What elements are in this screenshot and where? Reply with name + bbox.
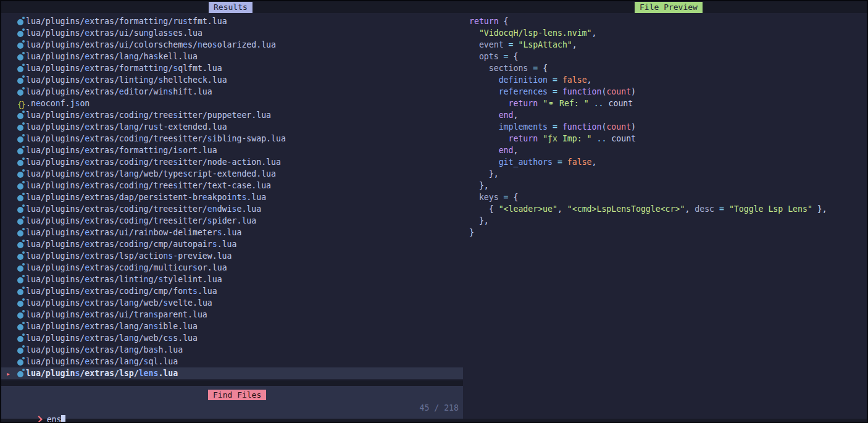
lua-file-icon	[17, 275, 24, 283]
file-path: lua/plugins/extras/coding/treesitter/sib…	[26, 134, 286, 143]
lua-file-icon	[17, 146, 24, 154]
result-row[interactable]: lua/plugins/extras/coding/cmp/autopairs.…	[1, 238, 463, 250]
code-line: return "⚭ Ref: " .. count	[469, 98, 827, 109]
code-line: references = function(count)	[469, 86, 827, 98]
result-row[interactable]: {}.neoconf.json	[1, 98, 463, 109]
lua-file-icon	[17, 17, 24, 25]
result-row[interactable]: lua/plugins/extras/lsp/actions-preview.l…	[1, 250, 463, 262]
lua-file-icon	[17, 88, 24, 96]
result-row[interactable]: ▸lua/plugins/extras/lsp/lens.lua	[1, 367, 463, 379]
code-line: { "<leader>ue", "<cmd>LspLensToggle<cr>"…	[469, 203, 827, 215]
code-line: implements = function(count)	[469, 121, 827, 133]
result-row[interactable]: lua/plugins/extras/coding/cmp/fonts.lua	[1, 285, 463, 297]
prompt-input[interactable]: ens	[47, 415, 62, 423]
result-row[interactable]: lua/plugins/extras/lang/ansible.lua	[1, 320, 463, 332]
code-line: return {	[469, 15, 827, 27]
result-row[interactable]: lua/plugins/extras/ui/sunglasses.lua	[1, 27, 463, 39]
file-path: lua/plugins/extras/lang/haskell.lua	[26, 52, 198, 61]
result-row[interactable]: lua/plugins/extras/ui/rainbow-delimeters…	[1, 227, 463, 238]
lua-file-icon	[17, 111, 24, 119]
lua-file-icon	[17, 311, 24, 319]
file-path: lua/plugins/extras/lang/sql.lua	[26, 357, 178, 366]
file-path: lua/plugins/extras/coding/treesitter/tex…	[26, 181, 271, 190]
lua-file-icon	[17, 346, 24, 354]
file-path: lua/plugins/extras/lang/rust-extended.lu…	[26, 122, 227, 132]
result-row[interactable]: lua/plugins/extras/lang/haskell.lua	[1, 51, 463, 62]
text-cursor	[61, 415, 65, 423]
file-preview-pane[interactable]: return { "VidocqH/lsp-lens.nvim", event …	[463, 13, 867, 419]
result-row[interactable]: lua/plugins/extras/coding/treesitter/tex…	[1, 180, 463, 191]
lua-file-icon	[17, 41, 24, 49]
file-path: lua/plugins/extras/lang/bash.lua	[26, 345, 183, 354]
file-path: lua/plugins/extras/ui/colorschemes/neoso…	[26, 40, 276, 49]
file-path: lua/plugins/extras/ui/sunglasses.lua	[26, 28, 202, 38]
lua-file-icon	[17, 240, 24, 248]
result-row[interactable]: lua/plugins/extras/lang/web/typescript-e…	[1, 168, 463, 180]
results-pane[interactable]: lua/plugins/extras/formatting/rustfmt.lu…	[1, 13, 463, 380]
lua-file-icon	[17, 287, 24, 295]
code-line: "VidocqH/lsp-lens.nvim",	[469, 27, 827, 39]
file-path: lua/plugins/extras/lsp/lens.lua	[26, 369, 178, 378]
result-row[interactable]: lua/plugins/extras/lang/sql.lua	[1, 356, 463, 367]
file-path: lua/plugins/extras/ui/rainbow-delimeters…	[26, 228, 241, 237]
file-path: lua/plugins/extras/lang/ansible.lua	[26, 322, 198, 331]
code-line: end,	[469, 144, 827, 156]
prompt-line[interactable]: ens 45 / 218	[1, 402, 463, 414]
result-row[interactable]: lua/plugins/extras/formatting/sqlfmt.lua	[1, 62, 463, 74]
result-row[interactable]: lua/plugins/extras/formatting/isort.lua	[1, 144, 463, 156]
result-row[interactable]: lua/plugins/extras/lang/web/css.lua	[1, 332, 463, 344]
result-row[interactable]: lua/plugins/extras/formatting/rustfmt.lu…	[1, 15, 463, 27]
file-path: lua/plugins/extras/coding/treesitter/spi…	[26, 216, 256, 225]
file-path: lua/plugins/extras/dap/persistent-breakp…	[26, 193, 266, 202]
result-row[interactable]: lua/plugins/extras/linting/shellcheck.lu…	[1, 74, 463, 86]
lua-file-icon	[17, 170, 24, 178]
preview-code: return { "VidocqH/lsp-lens.nvim", event …	[469, 15, 827, 238]
lua-file-icon	[17, 64, 24, 72]
result-row[interactable]: lua/plugins/extras/coding/treesitter/nod…	[1, 156, 463, 168]
lua-file-icon	[17, 123, 24, 131]
result-row[interactable]: lua/plugins/extras/editor/winshift.lua	[1, 86, 463, 98]
prompt-pane[interactable]: Find Files ens 45 / 218	[1, 386, 463, 419]
result-row[interactable]: lua/plugins/extras/ui/colorschemes/neoso…	[1, 39, 463, 51]
result-row[interactable]: lua/plugins/extras/linting/stylelint.lua	[1, 274, 463, 285]
lua-file-icon	[17, 369, 24, 377]
code-line: end,	[469, 109, 827, 121]
lua-file-icon	[17, 228, 24, 237]
result-row[interactable]: lua/plugins/extras/coding/treesitter/sib…	[1, 133, 463, 144]
result-row[interactable]: lua/plugins/extras/coding/treesitter/pup…	[1, 109, 463, 121]
result-row[interactable]: lua/plugins/extras/lang/rust-extended.lu…	[1, 121, 463, 133]
prompt-title-badge: Find Files	[208, 390, 266, 400]
result-row[interactable]: lua/plugins/extras/dap/persistent-breakp…	[1, 191, 463, 203]
lua-file-icon	[17, 193, 24, 201]
lua-file-icon	[17, 182, 24, 190]
lua-file-icon	[17, 217, 24, 225]
lua-file-icon	[17, 252, 24, 260]
result-row[interactable]: lua/plugins/extras/ui/transparent.lua	[1, 309, 463, 320]
lua-file-icon	[17, 264, 24, 272]
file-path: lua/plugins/extras/editor/winshift.lua	[26, 87, 212, 96]
result-row[interactable]: lua/plugins/extras/coding/treesitter/spi…	[1, 215, 463, 227]
code-line: keys = {	[469, 191, 827, 203]
result-row[interactable]: lua/plugins/extras/lang/web/svelte.lua	[1, 297, 463, 309]
lua-file-icon	[17, 158, 24, 166]
lua-file-icon	[17, 334, 24, 342]
file-path: lua/plugins/extras/linting/shellcheck.lu…	[26, 75, 227, 85]
lua-file-icon	[17, 135, 24, 143]
lua-file-icon	[17, 29, 24, 37]
result-row[interactable]: lua/plugins/extras/lang/bash.lua	[1, 344, 463, 356]
file-path: lua/plugins/extras/linting/stylelint.lua	[26, 275, 222, 284]
code-line: sections = {	[469, 62, 827, 74]
file-path: .neoconf.json	[26, 99, 90, 108]
telescope-finder-window: lua/plugins/extras/formatting/rustfmt.lu…	[0, 0, 868, 423]
code-line: definition = false,	[469, 74, 827, 86]
lua-file-icon	[17, 76, 24, 84]
result-row[interactable]: lua/plugins/extras/coding/treesitter/end…	[1, 203, 463, 215]
result-row[interactable]: lua/plugins/extras/coding/multicursor.lu…	[1, 262, 463, 274]
code-line: },	[469, 168, 827, 180]
file-path: lua/plugins/extras/coding/cmp/autopairs.…	[26, 240, 236, 249]
prompt-chevron-icon	[35, 416, 42, 422]
code-line: },	[469, 215, 827, 227]
code-line: event = "LspAttach",	[469, 39, 827, 51]
file-path: lua/plugins/extras/coding/treesitter/end…	[26, 204, 261, 214]
json-file-icon: {}	[17, 99, 24, 107]
